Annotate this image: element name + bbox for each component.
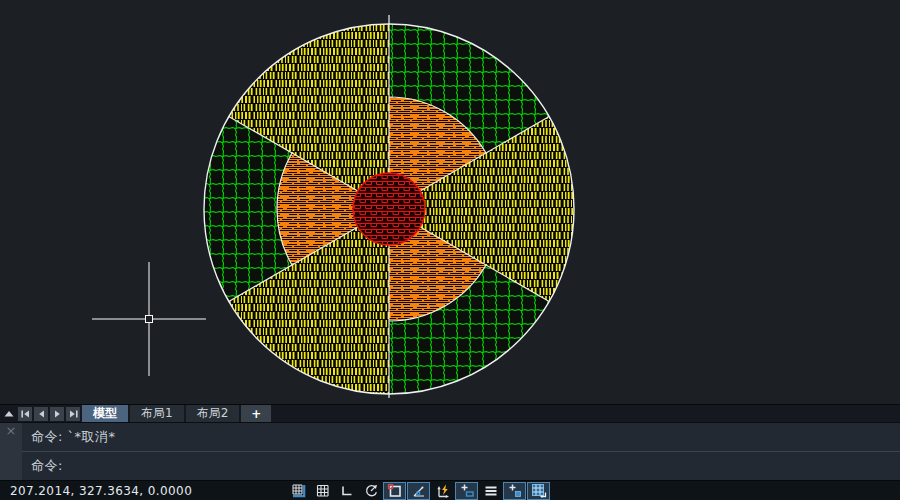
next-tab-icon (52, 408, 63, 420)
tab-layout1[interactable]: 布局1 (130, 405, 184, 422)
coordinate-readout: 207.2014, 327.3634, 0.0000 (10, 484, 192, 498)
command-history-text: 命令: `*取消* (31, 428, 116, 446)
tab-menu-up-button[interactable] (2, 407, 16, 421)
command-prompt-line[interactable]: 命令: (22, 452, 900, 480)
last-tab-icon (68, 408, 79, 420)
command-lines: 命令: `*取消* 命令: (22, 423, 900, 480)
center-red-circle[interactable] (353, 173, 425, 245)
status-toggle-icons (287, 482, 550, 500)
command-window-grip[interactable]: × (0, 423, 22, 480)
layout-tab-bar: 模型 布局1 布局2 + (0, 404, 900, 422)
previous-tab-button[interactable] (34, 407, 48, 421)
snap-mode-icon[interactable] (287, 482, 310, 500)
trefoil-drawing (0, 0, 900, 404)
command-history-line: 命令: `*取消* (22, 423, 900, 452)
tab-layout2[interactable]: 布局2 (186, 405, 240, 422)
grid-display-icon[interactable] (311, 482, 334, 500)
ortho-mode-icon[interactable] (335, 482, 358, 500)
object-snap-tracking-icon[interactable] (407, 482, 430, 500)
object-snap-icon[interactable] (383, 482, 406, 500)
last-tab-button[interactable] (66, 407, 80, 421)
command-prompt-text: 命令: (31, 457, 63, 475)
menu-icon[interactable] (479, 482, 502, 500)
quick-properties-icon[interactable] (503, 482, 526, 500)
pickbox (146, 316, 153, 323)
status-bar: 207.2014, 327.3634, 0.0000 (0, 480, 900, 500)
first-tab-icon (20, 408, 31, 420)
tab-model-label: 模型 (93, 405, 117, 422)
first-tab-button[interactable] (18, 407, 32, 421)
polar-tracking-icon[interactable] (359, 482, 382, 500)
drawing-canvas[interactable] (0, 0, 900, 404)
up-triangle-icon (3, 408, 15, 420)
lineweight-icon[interactable] (455, 482, 478, 500)
new-layout-tab-label: + (251, 407, 261, 421)
dynamic-input-icon[interactable] (431, 482, 454, 500)
next-tab-button[interactable] (50, 407, 64, 421)
tab-layout1-label: 布局1 (141, 405, 173, 422)
close-icon[interactable]: × (6, 423, 17, 439)
workspace-switch-icon[interactable] (527, 482, 550, 500)
tab-model[interactable]: 模型 (82, 405, 128, 422)
new-layout-tab-button[interactable]: + (241, 405, 271, 422)
tab-layout2-label: 布局2 (197, 405, 229, 422)
application-window: 模型 布局1 布局2 + × 命令: `*取消* 命令: 207.2014, 3… (0, 0, 900, 500)
command-window: × 命令: `*取消* 命令: (0, 422, 900, 480)
previous-tab-icon (36, 408, 47, 420)
